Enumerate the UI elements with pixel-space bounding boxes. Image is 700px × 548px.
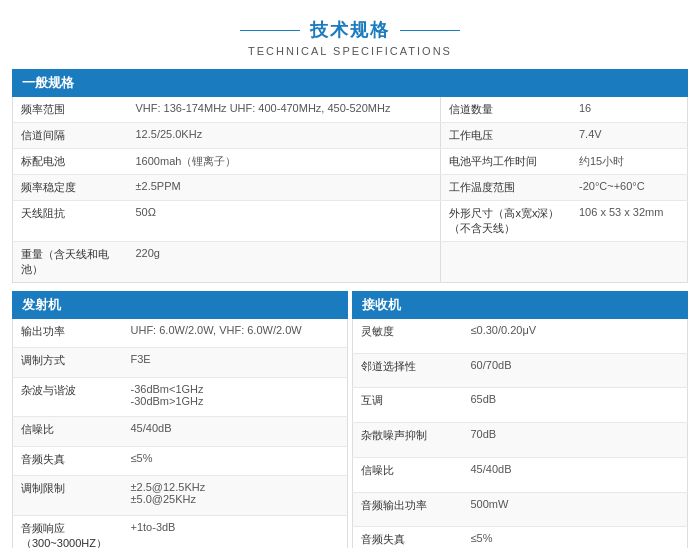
label-cell: 频率范围 [13, 97, 128, 123]
receiver-table: 灵敏度 ≤0.30/0.20μV 邻道选择性 60/70dB 互调 65dB 杂… [352, 319, 688, 548]
transmitter-table: 输出功率 UHF: 6.0W/2.0W, VHF: 6.0W/2.0W 调制方式… [12, 319, 348, 548]
table-row: 信噪比 45/40dB [13, 417, 348, 446]
general-section-title: 一般规格 [12, 69, 688, 97]
table-row: 音频失真 ≤5% [353, 527, 688, 548]
table-row: 输出功率 UHF: 6.0W/2.0W, VHF: 6.0W/2.0W [13, 319, 348, 348]
header-section: 技术规格 TECHNICAL SPECIFICATIONS [0, 0, 700, 69]
transmitter-title: 发射机 [12, 291, 348, 319]
label-cell-2 [441, 242, 571, 283]
label-cell: 互调 [353, 388, 463, 423]
table-row: 频率范围 VHF: 136-174MHz UHF: 400-470MHz, 45… [13, 97, 688, 123]
label-cell: 调制限制 [13, 476, 123, 516]
value-cell: 65dB [463, 388, 688, 423]
value-cell-2: 约15小时 [571, 149, 688, 175]
value-cell: ≤5% [123, 446, 348, 475]
value-cell-2 [571, 242, 688, 283]
label-cell: 信噪比 [353, 457, 463, 492]
table-row: 频率稳定度 ±2.5PPM 工作温度范围 -20°C~+60°C [13, 175, 688, 201]
table-row: 调制限制 ±2.5@12.5KHz±5.0@25KHz [13, 476, 348, 516]
value-cell: ≤5% [463, 527, 688, 548]
table-row: 邻道选择性 60/70dB [353, 353, 688, 388]
value-cell: VHF: 136-174MHz UHF: 400-470MHz, 450-520… [128, 97, 441, 123]
label-cell: 信噪比 [13, 417, 123, 446]
title-zh: 技术规格 [0, 18, 700, 42]
table-row: 音频响应（300~3000HZ） +1to-3dB [13, 515, 348, 548]
value-cell-2: 106 x 53 x 32mm [571, 201, 688, 242]
label-cell-2: 外形尺寸（高x宽x深）（不含天线） [441, 201, 571, 242]
value-cell: 1600mah（锂离子） [128, 149, 441, 175]
value-cell-2: -20°C~+60°C [571, 175, 688, 201]
label-cell-2: 工作电压 [441, 123, 571, 149]
value-cell: ≤0.30/0.20μV [463, 319, 688, 353]
label-cell: 频率稳定度 [13, 175, 128, 201]
label-cell: 天线阻抗 [13, 201, 128, 242]
label-cell: 输出功率 [13, 319, 123, 348]
page-container: 技术规格 TECHNICAL SPECIFICATIONS 一般规格 频率范围 … [0, 0, 700, 534]
value-cell: 220g [128, 242, 441, 283]
table-row: 信噪比 45/40dB [353, 457, 688, 492]
value-cell: 70dB [463, 423, 688, 458]
receiver-title: 接收机 [352, 291, 688, 319]
label-cell-2: 电池平均工作时间 [441, 149, 571, 175]
value-cell: 60/70dB [463, 353, 688, 388]
table-row: 灵敏度 ≤0.30/0.20μV [353, 319, 688, 353]
table-row: 杂波与谐波 -36dBm<1GHz-30dBm>1GHz [13, 377, 348, 417]
label-cell-2: 工作温度范围 [441, 175, 571, 201]
transmitter-section: 发射机 输出功率 UHF: 6.0W/2.0W, VHF: 6.0W/2.0W … [12, 291, 352, 534]
value-cell: 12.5/25.0KHz [128, 123, 441, 149]
table-row: 杂散噪声抑制 70dB [353, 423, 688, 458]
value-cell: 500mW [463, 492, 688, 527]
value-cell-2: 7.4V [571, 123, 688, 149]
general-section: 一般规格 频率范围 VHF: 136-174MHz UHF: 400-470MH… [12, 69, 688, 283]
table-row: 重量（含天线和电池） 220g [13, 242, 688, 283]
label-cell: 音频失真 [353, 527, 463, 548]
table-row: 标配电池 1600mah（锂离子） 电池平均工作时间 约15小时 [13, 149, 688, 175]
label-cell: 标配电池 [13, 149, 128, 175]
table-row: 音频输出功率 500mW [353, 492, 688, 527]
label-cell: 灵敏度 [353, 319, 463, 353]
label-cell: 音频响应（300~3000HZ） [13, 515, 123, 548]
label-cell: 调制方式 [13, 348, 123, 377]
table-row: 调制方式 F3E [13, 348, 348, 377]
value-cell-2: 16 [571, 97, 688, 123]
general-specs-table: 频率范围 VHF: 136-174MHz UHF: 400-470MHz, 45… [12, 97, 688, 283]
label-cell: 邻道选择性 [353, 353, 463, 388]
value-cell: ±2.5@12.5KHz±5.0@25KHz [123, 476, 348, 516]
label-cell-2: 信道数量 [441, 97, 571, 123]
value-cell: F3E [123, 348, 348, 377]
label-cell: 杂波与谐波 [13, 377, 123, 417]
title-en: TECHNICAL SPECIFICATIONS [0, 45, 700, 57]
value-cell: ±2.5PPM [128, 175, 441, 201]
value-cell: 45/40dB [463, 457, 688, 492]
value-cell: -36dBm<1GHz-30dBm>1GHz [123, 377, 348, 417]
value-cell: 50Ω [128, 201, 441, 242]
two-col-section: 发射机 输出功率 UHF: 6.0W/2.0W, VHF: 6.0W/2.0W … [12, 291, 688, 534]
table-row: 音频失真 ≤5% [13, 446, 348, 475]
receiver-section: 接收机 灵敏度 ≤0.30/0.20μV 邻道选择性 60/70dB 互调 65… [352, 291, 688, 534]
label-cell: 信道间隔 [13, 123, 128, 149]
label-cell: 重量（含天线和电池） [13, 242, 128, 283]
value-cell: +1to-3dB [123, 515, 348, 548]
value-cell: UHF: 6.0W/2.0W, VHF: 6.0W/2.0W [123, 319, 348, 348]
label-cell: 音频失真 [13, 446, 123, 475]
label-cell: 杂散噪声抑制 [353, 423, 463, 458]
table-row: 天线阻抗 50Ω 外形尺寸（高x宽x深）（不含天线） 106 x 53 x 32… [13, 201, 688, 242]
value-cell: 45/40dB [123, 417, 348, 446]
label-cell: 音频输出功率 [353, 492, 463, 527]
table-row: 信道间隔 12.5/25.0KHz 工作电压 7.4V [13, 123, 688, 149]
table-row: 互调 65dB [353, 388, 688, 423]
